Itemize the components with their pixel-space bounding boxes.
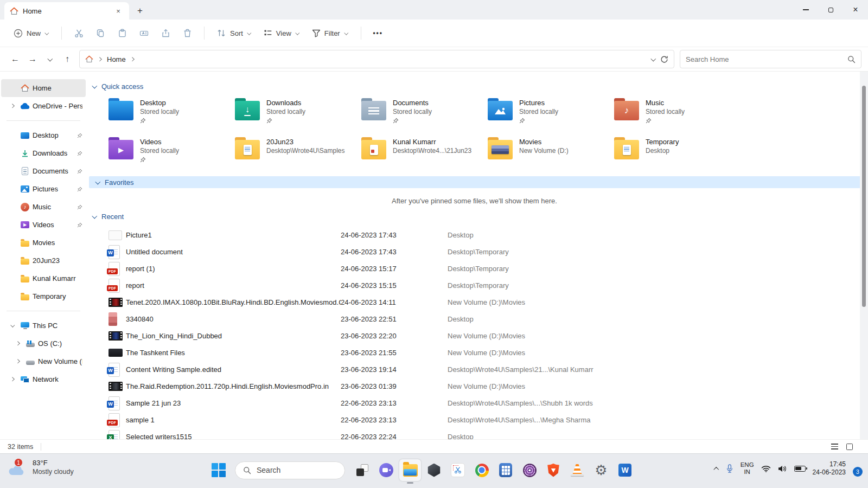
weather-widget[interactable]: 1 83°F Mostly cloudy (8, 458, 74, 477)
language-indicator[interactable]: ENG IN (741, 461, 754, 476)
share-button[interactable] (156, 24, 175, 42)
favorites-header[interactable]: Favorites (89, 176, 860, 188)
search-input[interactable] (686, 55, 847, 63)
sidebar-item-new-volume-d[interactable]: New Volume (D:) (1, 352, 86, 370)
new-button[interactable]: New (9, 25, 54, 41)
tor-browser-icon[interactable] (519, 459, 540, 481)
details-view-icon[interactable] (831, 444, 838, 450)
close-button[interactable]: × (843, 0, 868, 20)
task-view-icon[interactable] (352, 459, 373, 481)
word-icon[interactable]: W (614, 459, 636, 481)
paste-button[interactable] (112, 24, 132, 42)
expand-icon[interactable] (16, 359, 20, 363)
tile-kunal-kumarr[interactable]: Kunal Kumarr Desktop\Wrote4...\21Jun23 (361, 137, 488, 171)
recent-file-row[interactable]: Sample 21 jun 23 22-06-2023 23:13 Deskto… (92, 395, 857, 412)
tile-music[interactable]: ♪ Music Stored locally (614, 98, 741, 132)
sidebar-item-music[interactable]: ♪ Music (1, 198, 86, 216)
vlc-icon[interactable] (566, 459, 588, 481)
chrome-icon[interactable] (471, 459, 493, 481)
file-explorer-icon[interactable] (399, 459, 421, 481)
tile-20jun23[interactable]: 20Jun23 Desktop\Wrote4U\Samples (235, 137, 361, 171)
chat-icon[interactable] (375, 459, 397, 481)
recent-file-row[interactable]: 3340840 23-06-2023 22:51 Desktop (92, 311, 857, 328)
clock[interactable]: 17:45 24-06-2023 (813, 460, 846, 477)
recent-file-row[interactable]: The Tashkent Files 23-06-2023 21:55 New … (92, 344, 857, 361)
forward-button[interactable]: → (24, 50, 41, 68)
sidebar-item-pictures[interactable]: Pictures (1, 180, 86, 198)
breadcrumb[interactable]: Home (79, 50, 674, 68)
sidebar-item-os-c[interactable]: OS (C:) (1, 335, 86, 352)
sidebar-item-temporary[interactable]: Temporary (1, 287, 86, 305)
sidebar-item-home[interactable]: Home (1, 79, 86, 97)
battery-icon[interactable] (794, 466, 806, 472)
vertical-scrollbar[interactable] (860, 72, 868, 439)
quick-access-header[interactable]: Quick access (92, 82, 857, 91)
expand-icon[interactable] (10, 104, 14, 108)
sort-button[interactable]: Sort (212, 25, 257, 41)
recent-file-row[interactable]: report (1) 24-06-2023 15:17 Desktop\Temp… (92, 260, 857, 277)
recent-file-row[interactable]: Tenet.2020.IMAX.1080p.10Bit.BluRay.Hindi… (92, 294, 857, 311)
restore-button[interactable] (818, 0, 843, 20)
sidebar-item-desktop[interactable]: Desktop (1, 126, 86, 144)
chevron-down-icon[interactable] (92, 84, 97, 89)
search-icon[interactable] (847, 55, 856, 63)
sidebar-item-onedrive[interactable]: OneDrive - Persona (1, 97, 86, 115)
sidebar-item-20jun23[interactable]: 20Jun23 (1, 252, 86, 269)
tile-movies[interactable]: Movies New Volume (D:) (488, 137, 614, 171)
recent-file-row[interactable]: sample 1 22-06-2023 23:13 Desktop\Wrote4… (92, 412, 857, 428)
refresh-icon[interactable] (660, 55, 668, 63)
speaker-icon[interactable] (778, 465, 787, 472)
cut-button[interactable] (69, 24, 88, 42)
recent-file-row[interactable]: report 24-06-2023 15:15 Desktop\Temporar… (92, 277, 857, 294)
recent-file-row[interactable]: Picture1 24-06-2023 17:43 Desktop (92, 227, 857, 243)
sidebar-item-downloads[interactable]: Downloads (1, 144, 86, 162)
tray-overflow-icon[interactable] (714, 466, 719, 471)
brave-icon[interactable] (542, 459, 564, 481)
scrollbar-thumb[interactable] (862, 86, 866, 307)
notification-count-badge[interactable]: 3 (853, 467, 863, 477)
breadcrumb-item-home[interactable]: Home (107, 55, 126, 63)
copy-button[interactable] (91, 24, 110, 42)
address-dropdown-icon[interactable] (651, 57, 656, 62)
chevron-down-icon[interactable] (92, 214, 97, 219)
view-button[interactable]: View (259, 25, 305, 41)
tile-documents[interactable]: Documents Stored locally (361, 98, 488, 132)
tab-close-icon[interactable]: × (113, 5, 124, 16)
sidebar-item-documents[interactable]: Documents (1, 162, 86, 180)
sidebar-item-movies[interactable]: Movies (1, 234, 86, 252)
recent-locations-button[interactable] (41, 50, 59, 68)
tile-videos[interactable]: ▶ Videos Stored locally (108, 137, 235, 171)
expand-icon[interactable] (16, 342, 20, 345)
filter-button[interactable]: Filter (307, 26, 354, 41)
recent-file-row[interactable]: Selected writers1515 22-06-2023 22:24 De… (92, 428, 857, 439)
up-button[interactable]: ↑ (59, 50, 76, 68)
back-button[interactable]: ← (7, 50, 24, 68)
recent-file-row[interactable]: The.Raid.Redemption.2011.720p.Hindi.Engl… (92, 378, 857, 395)
hexagon-app-icon[interactable] (423, 459, 445, 481)
settings-gear-icon[interactable]: ⚙ (590, 459, 612, 481)
snipping-tool-icon[interactable] (447, 459, 469, 481)
rename-button[interactable] (134, 24, 154, 42)
wifi-icon[interactable] (761, 465, 771, 472)
start-button[interactable] (209, 459, 231, 481)
delete-button[interactable] (177, 24, 197, 42)
collapse-icon[interactable] (10, 324, 14, 328)
sidebar-item-this-pc[interactable]: This PC (1, 317, 86, 335)
minimize-button[interactable] (793, 0, 818, 20)
sidebar-item-kunal-kumarr[interactable]: Kunal Kumarr (1, 269, 86, 287)
recent-file-row[interactable]: Content Writing Sample.edited 23-06-2023… (92, 361, 857, 378)
recent-header[interactable]: Recent (92, 213, 857, 221)
sidebar-item-network[interactable]: Network (1, 370, 86, 388)
tile-desktop[interactable]: Desktop Stored locally (108, 98, 235, 132)
sidebar-item-videos[interactable]: ▶ Videos (1, 216, 86, 234)
large-icons-view-icon[interactable] (846, 444, 853, 450)
tile-temporary[interactable]: Temporary Desktop (614, 137, 741, 171)
recent-file-row[interactable]: The_Lion_King_Hindi_Dubbed 23-06-2023 22… (92, 328, 857, 344)
microphone-icon[interactable] (726, 464, 733, 473)
chevron-down-icon[interactable] (95, 180, 100, 185)
taskbar-search[interactable]: Search (235, 461, 345, 479)
calculator-icon[interactable] (495, 459, 516, 481)
expand-icon[interactable] (10, 377, 14, 381)
new-tab-button[interactable]: + (132, 3, 148, 18)
tile-downloads[interactable]: ↓ Downloads Stored locally (235, 98, 361, 132)
